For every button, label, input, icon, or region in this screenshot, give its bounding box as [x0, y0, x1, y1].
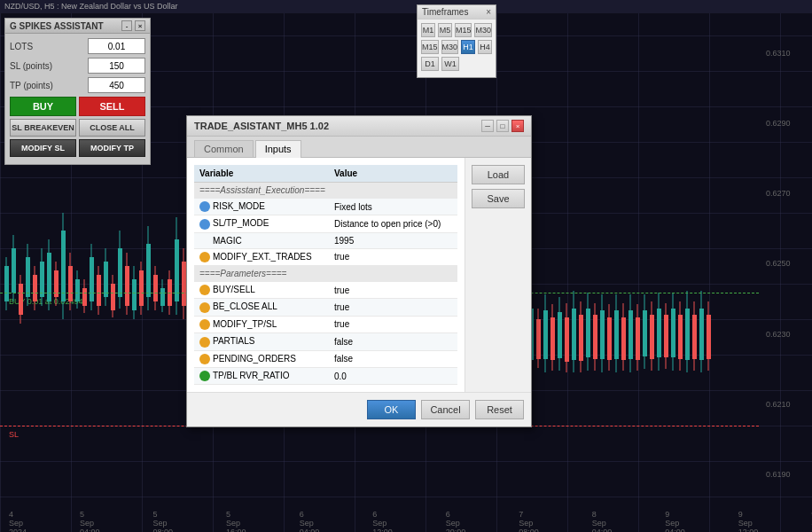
param-value: false	[329, 350, 457, 367]
param-variable: PARTIALS	[194, 333, 329, 350]
assistant-title-text: G SPIKES ASSISTANT	[10, 21, 104, 31]
buy-sell-row: BUY SELL	[10, 97, 145, 116]
tp-row: TP (points)	[10, 77, 145, 93]
sl-row: SL (points)	[10, 58, 145, 74]
save-button[interactable]: Save	[472, 189, 525, 208]
tf-m5-btn[interactable]: M5	[438, 23, 452, 37]
param-value: true	[329, 316, 457, 332]
lots-input[interactable]	[88, 38, 145, 54]
dialog-main: Variable Value ====Assisstant_Execution=…	[187, 158, 531, 392]
timeframes-title-text: Timeframes	[422, 7, 468, 17]
dialog-tabs: Common Inputs	[187, 137, 531, 158]
sl-breakeven-button[interactable]: SL BREAKEVEN	[10, 119, 76, 137]
tf-row-3: D1 W1	[421, 57, 492, 71]
tf-w1-btn[interactable]: W1	[441, 57, 459, 71]
param-value: false	[329, 333, 457, 350]
param-variable: BUY/SELL	[194, 282, 329, 299]
sl-label: SL (points)	[10, 61, 81, 71]
tf-m30-2-btn[interactable]: M30	[441, 40, 459, 54]
section-header: ====Assisstant_Execution====	[194, 183, 457, 199]
param-icon-orange	[199, 337, 210, 348]
param-variable: MAGIC	[194, 232, 329, 248]
tf-m1-btn[interactable]: M1	[421, 23, 435, 37]
tf-row-2: M15 M30 H1 H4	[421, 40, 492, 54]
tf-h1-btn[interactable]: H1	[461, 40, 475, 54]
tf-row-1: M1 M5 M15 M30	[421, 23, 492, 37]
dialog-sidebar: Load Save	[465, 158, 531, 392]
assistant-panel-title: G SPIKES ASSISTANT - ×	[5, 19, 150, 34]
param-variable: TP/BL RVR_RATIO	[194, 367, 329, 384]
assistant-title-controls: - ×	[121, 20, 145, 31]
tf-m30-btn[interactable]: M30	[474, 23, 492, 37]
param-variable: MODIFY_EXT._TRADES	[194, 248, 329, 265]
timeframes-close-btn[interactable]: ×	[486, 7, 491, 17]
param-value: true	[329, 282, 457, 299]
modify-tp-button[interactable]: MODIFY TP	[79, 139, 145, 157]
param-value: Distance to open price (>0)	[329, 215, 457, 232]
ok-button[interactable]: OK	[367, 400, 416, 419]
tf-d1-btn[interactable]: D1	[421, 57, 439, 71]
timeframes-body: M1 M5 M15 M30 M15 M30 H1 H4 D1 W1	[418, 20, 496, 77]
dialog-title-bar: TRADE_ASISTANT_MH5 1.02 ─ □ ×	[187, 116, 531, 137]
param-value: true	[329, 248, 457, 265]
breakeven-close-row: SL BREAKEVEN CLOSE ALL	[10, 119, 145, 137]
close-all-button[interactable]: CLOSE ALL	[79, 119, 145, 137]
timeframes-title: Timeframes ×	[418, 5, 496, 20]
dialog-content: Variable Value ====Assisstant_Execution=…	[187, 158, 465, 392]
assistant-body: LOTS SL (points) TP (points) BUY SELL SL…	[5, 34, 150, 164]
tab-inputs[interactable]: Inputs	[255, 140, 301, 158]
sell-button[interactable]: SELL	[79, 97, 145, 116]
param-value: Fixed lots	[329, 199, 457, 215]
dialog-minimize-btn[interactable]: ─	[481, 120, 494, 132]
tf-m15-2-btn[interactable]: M15	[421, 40, 439, 54]
dialog-title-text: TRADE_ASISTANT_MH5 1.02	[194, 121, 329, 131]
param-value: true	[329, 299, 457, 316]
tp-label: TP (points)	[10, 81, 81, 90]
dialog-footer: OK Cancel Reset	[187, 392, 531, 426]
col-variable: Variable	[194, 165, 329, 183]
trade-assistant-dialog: TRADE_ASISTANT_MH5 1.02 ─ □ × Common Inp…	[186, 115, 532, 427]
timeframes-panel: Timeframes × M1 M5 M15 M30 M15 M30 H1 H4…	[417, 4, 496, 78]
assistant-panel: G SPIKES ASSISTANT - × LOTS SL (points) …	[4, 18, 151, 165]
tp-input[interactable]	[88, 77, 145, 93]
dialog-close-btn[interactable]: ×	[511, 120, 524, 132]
param-variable: BE_CLOSE ALL	[194, 299, 329, 316]
cancel-button[interactable]: Cancel	[421, 400, 470, 419]
modify-row: MODIFY SL MODIFY TP	[10, 139, 145, 157]
param-icon-orange	[199, 285, 210, 295]
param-icon-orange	[199, 319, 210, 330]
param-variable: MODIFY_TP/SL	[194, 316, 329, 332]
dialog-maximize-btn[interactable]: □	[496, 120, 509, 132]
tf-m15-btn[interactable]: M15	[455, 23, 472, 37]
param-icon-blue	[199, 201, 210, 212]
load-button[interactable]: Load	[472, 165, 525, 184]
sl-input[interactable]	[88, 58, 145, 74]
param-variable: PENDING_ORDERS	[194, 350, 329, 367]
assistant-minimize-btn[interactable]: -	[121, 20, 132, 31]
price-axis: 0.6310 0.6290 0.6270 0.6250 0.6230 0.621…	[763, 13, 812, 514]
lots-label: LOTS	[10, 42, 81, 51]
params-table: Variable Value ====Assisstant_Execution=…	[194, 165, 457, 385]
reset-button[interactable]: Reset	[475, 400, 524, 419]
time-axis: 4 Sep 2024 5 Sep 04:00 5 Sep 08:00 5 Sep…	[0, 514, 812, 532]
tab-common[interactable]: Common	[194, 140, 254, 157]
param-icon-orange	[199, 302, 210, 313]
param-icon-blue	[199, 219, 210, 230]
buy-button[interactable]: BUY	[10, 97, 76, 116]
modify-sl-button[interactable]: MODIFY SL	[10, 139, 76, 157]
param-variable: RISK_MODE	[194, 199, 329, 215]
title-bar: NZD/USD, H5 : New Zealand Dollar vs US D…	[0, 0, 812, 13]
chart-title: NZD/USD, H5 : New Zealand Dollar vs US D…	[4, 2, 178, 11]
param-value: 0.0	[329, 367, 457, 384]
section-header: ====Parameters====	[194, 266, 457, 282]
param-icon-orange	[199, 354, 210, 364]
param-icon-green	[199, 371, 210, 381]
col-value: Value	[329, 165, 457, 183]
assistant-close-btn[interactable]: ×	[135, 20, 145, 31]
tf-h4-btn[interactable]: H4	[478, 40, 492, 54]
param-variable: SL/TP_MODE	[194, 215, 329, 232]
dialog-controls: ─ □ ×	[481, 120, 524, 132]
lots-row: LOTS	[10, 38, 145, 54]
param-icon-orange	[199, 252, 210, 262]
param-value: 1995	[329, 232, 457, 248]
